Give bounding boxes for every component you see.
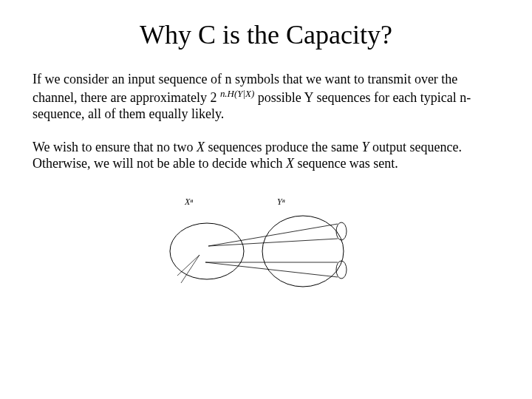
typical-set-diagram-icon: Xⁿ Yⁿ xyxy=(155,188,377,307)
diagram-left-label: Xⁿ xyxy=(184,197,193,207)
p2-text-b: sequences produce the same xyxy=(205,140,361,154)
p2-x1: X xyxy=(197,140,205,154)
paragraph-1: If we consider an input sequence of n sy… xyxy=(33,71,499,123)
slide: Why C is the Capacity? If we consider an… xyxy=(0,0,532,399)
p2-x2: X xyxy=(286,156,294,171)
p1-exponent: n.H(Y|X) xyxy=(220,88,254,99)
p2-text-d: sequence was sent. xyxy=(294,156,398,171)
p2-text-a: We wish to ensure that no two xyxy=(33,140,197,154)
svg-line-7 xyxy=(205,262,338,277)
slide-title: Why C is the Capacity? xyxy=(33,19,499,50)
diagram-right-label: Yⁿ xyxy=(277,197,285,207)
svg-point-2 xyxy=(336,222,347,240)
svg-line-9 xyxy=(181,255,200,283)
svg-point-0 xyxy=(170,223,244,279)
diagram: Xⁿ Yⁿ xyxy=(33,188,499,307)
p2-y: Y xyxy=(361,140,369,154)
svg-line-8 xyxy=(177,255,200,276)
paragraph-2: We wish to ensure that no two X sequence… xyxy=(33,139,499,172)
svg-point-1 xyxy=(262,216,344,287)
svg-line-5 xyxy=(208,239,338,246)
